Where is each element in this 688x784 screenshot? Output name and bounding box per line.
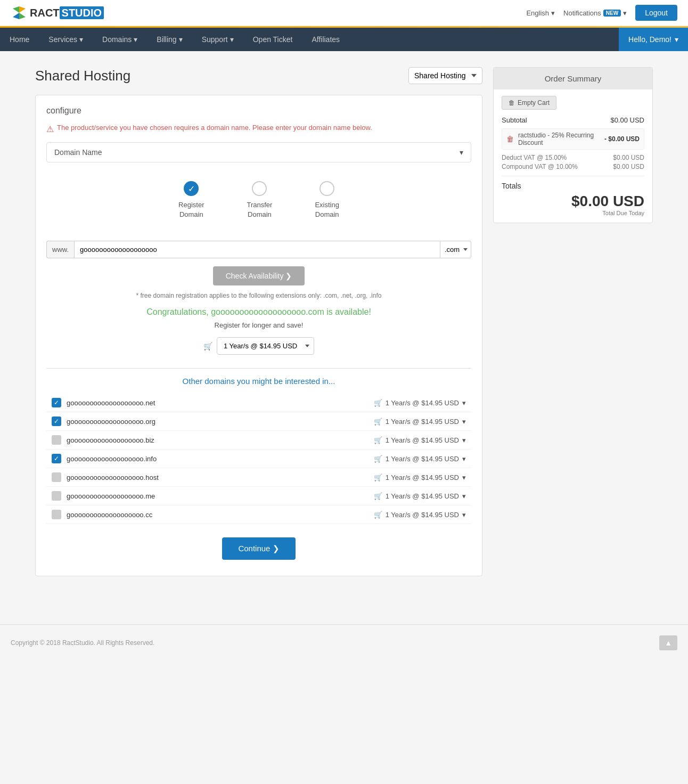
domain-price-me: 1 Year/s @ $14.95 USD — [386, 492, 459, 500]
domain-price-info: 1 Year/s @ $14.95 USD — [386, 455, 459, 463]
chevron-down-icon: ▾ — [462, 492, 466, 500]
vat2-label: Compound VAT @ 10.00% — [502, 163, 578, 170]
chevron-down-icon: ▾ — [462, 511, 466, 519]
vat-rows: Deduct VAT @ 15.00% $0.00 USD Compound V… — [502, 154, 644, 170]
nav-affiliates[interactable]: Affiliates — [302, 28, 349, 51]
domain-checkbox-info[interactable]: ✓ — [52, 454, 61, 463]
logout-button[interactable]: Logout — [635, 5, 677, 21]
transfer-domain-label: TransferDomain — [247, 200, 272, 219]
domain-checkbox-cc[interactable] — [52, 510, 61, 519]
cart-icon: 🛒 — [374, 455, 382, 463]
chevron-down-icon: ▾ — [675, 35, 678, 44]
tld-select[interactable]: .com .net .org .biz .info .host .me .cc — [440, 241, 471, 258]
discount-value: - $0.00 USD — [604, 135, 640, 143]
register-domain-option[interactable]: ✓ RegisterDomain — [178, 181, 204, 219]
domain-price-net: 1 Year/s @ $14.95 USD — [386, 399, 459, 407]
subtotal-value: $0.00 USD — [610, 116, 644, 124]
domain-checkbox-org[interactable]: ✓ — [52, 416, 61, 426]
list-item: ✓ gooooooooooooooooooo.info 🛒 1 Year/s @… — [46, 450, 471, 468]
nav-support[interactable]: Support ▾ — [192, 28, 243, 51]
domain-checkbox-biz[interactable] — [52, 435, 61, 445]
domain-checkbox-me[interactable] — [52, 491, 61, 501]
list-item: gooooooooooooooooooo.me 🛒 1 Year/s @ $14… — [46, 487, 471, 505]
existing-domain-option[interactable]: ExistingDomain — [315, 181, 339, 219]
cart-icon: 🛒 — [374, 418, 382, 426]
cart-icon: 🛒 — [374, 399, 382, 407]
free-domain-note: * free domain registration applies to th… — [46, 292, 471, 299]
transfer-domain-check-icon — [252, 181, 267, 196]
domain-checkbox-host[interactable] — [52, 472, 61, 482]
domain-name-bar[interactable]: Domain Name ▾ — [46, 142, 471, 162]
nav-domains[interactable]: Domains ▾ — [93, 28, 147, 51]
remove-discount-button[interactable]: 🗑 — [506, 135, 514, 143]
topbar-right: English ▾ Notifications NEW ▾ Logout — [526, 5, 677, 21]
domain-name-input[interactable] — [74, 241, 440, 258]
discount-label: ractstudio - 25% Recurring Discount — [518, 132, 600, 146]
list-item: gooooooooooooooooooo.host 🛒 1 Year/s @ $… — [46, 468, 471, 487]
chevron-down-icon: ▾ — [462, 399, 466, 407]
chevron-down-icon: ▾ — [551, 9, 555, 17]
svg-marker-3 — [19, 13, 26, 19]
scroll-to-top-button[interactable]: ▲ — [659, 635, 677, 650]
vat1-row: Deduct VAT @ 15.00% $0.00 USD — [502, 154, 644, 161]
list-item: ✓ gooooooooooooooooooo.org 🛒 1 Year/s @ … — [46, 412, 471, 431]
nav-services[interactable]: Services ▾ — [39, 28, 93, 51]
year-select[interactable]: 1 Year/s @ $14.95 USD — [217, 337, 314, 355]
cart-icon: 🛒 — [374, 473, 382, 481]
configure-box: configure ⚠ The product/service you have… — [35, 95, 482, 576]
list-item: gooooooooooooooooooo.cc 🛒 1 Year/s @ $14… — [46, 505, 471, 524]
svg-marker-2 — [13, 13, 19, 19]
language-selector[interactable]: English ▾ — [526, 9, 555, 17]
transfer-domain-option[interactable]: TransferDomain — [247, 181, 272, 219]
domain-input-row: www. .com .net .org .biz .info .host .me… — [46, 241, 471, 258]
vat1-label: Deduct VAT @ 15.00% — [502, 154, 567, 161]
vat2-row: Compound VAT @ 10.00% $0.00 USD — [502, 163, 644, 170]
chevron-down-icon: ▾ — [134, 35, 137, 44]
continue-button[interactable]: Continue ❯ — [222, 537, 295, 560]
chevron-down-icon: ▾ — [462, 436, 466, 444]
chevron-down-icon: ▾ — [230, 35, 234, 44]
hosting-type-dropdown[interactable]: Shared Hosting — [408, 67, 482, 84]
existing-domain-label: ExistingDomain — [315, 200, 339, 219]
existing-domain-check-icon — [320, 181, 334, 196]
chevron-down-icon: ▾ — [462, 418, 466, 426]
domain-checkbox-net[interactable]: ✓ — [52, 398, 61, 407]
notifications-button[interactable]: Notifications NEW ▾ — [563, 9, 627, 17]
user-greeting[interactable]: Hello, Demo! ▾ — [619, 28, 688, 51]
domain-price-cc: 1 Year/s @ $14.95 USD — [386, 511, 459, 519]
logo-studio: STUDIO — [60, 6, 104, 19]
cart-icon: 🛒 — [374, 436, 382, 444]
page-title: Shared Hosting — [35, 68, 130, 84]
order-summary-body: 🗑 Empty Cart Subtotal $0.00 USD 🗑 ractst… — [494, 89, 652, 223]
congrats-message: Congratulations, gooooooooooooooooooo.co… — [46, 307, 471, 317]
chevron-down-icon: ▾ — [462, 473, 466, 481]
chevron-down-icon: ▾ — [79, 35, 83, 44]
domain-price-biz: 1 Year/s @ $14.95 USD — [386, 436, 459, 444]
domain-alt-name-me: gooooooooooooooooooo.me — [67, 492, 155, 500]
domain-price-host: 1 Year/s @ $14.95 USD — [386, 473, 459, 481]
nav-home[interactable]: Home — [0, 28, 39, 51]
register-domain-label: RegisterDomain — [178, 200, 204, 219]
notifications-badge: NEW — [603, 10, 621, 17]
footer: Copyright © 2018 RactStudio. All Rights … — [0, 624, 688, 661]
main-content: Shared Hosting Shared Hosting configure … — [24, 51, 664, 603]
check-availability-button[interactable]: Check Availability ❯ — [213, 266, 305, 285]
year-select-row: 🛒 1 Year/s @ $14.95 USD — [46, 337, 471, 355]
vat2-value: $0.00 USD — [613, 163, 644, 170]
nav-billing[interactable]: Billing ▾ — [147, 28, 192, 51]
chevron-down-icon: ▾ — [462, 455, 466, 463]
subtotal-row: Subtotal $0.00 USD — [502, 116, 644, 124]
vat1-value: $0.00 USD — [613, 154, 644, 161]
domain-alt-name-org: gooooooooooooooooooo.org — [67, 418, 155, 426]
order-summary-box: Order Summary 🗑 Empty Cart Subtotal $0.0… — [493, 67, 653, 223]
logo: RACTSTUDIO — [11, 4, 104, 21]
empty-cart-button[interactable]: 🗑 Empty Cart — [502, 96, 556, 110]
nav-open-ticket[interactable]: Open Ticket — [243, 28, 302, 51]
svg-marker-0 — [13, 6, 19, 13]
totals-amount: $0.00 USD — [502, 193, 644, 210]
totals-label: Totals — [502, 182, 644, 190]
list-item: gooooooooooooooooooo.biz 🛒 1 Year/s @ $1… — [46, 431, 471, 450]
logo-icon — [11, 4, 28, 21]
cart-icon: 🛒 — [374, 492, 382, 500]
register-longer-text: Register for longer and save! — [46, 321, 471, 329]
